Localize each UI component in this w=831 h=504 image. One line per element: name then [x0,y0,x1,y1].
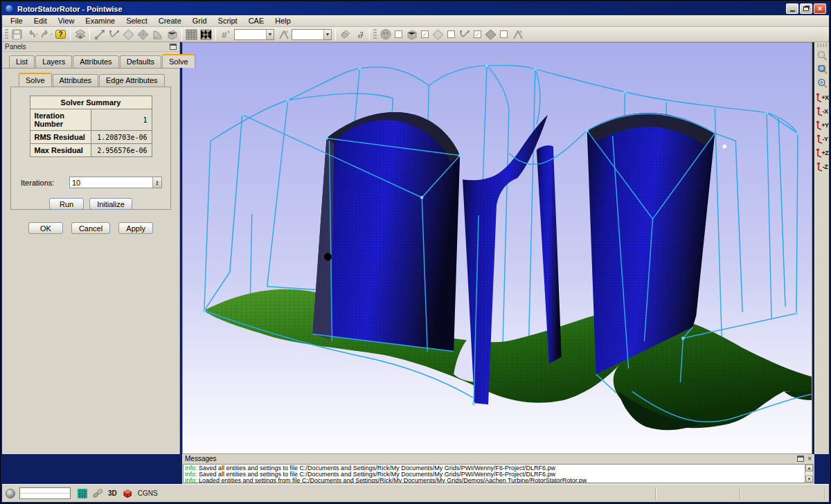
two-point-connector-button[interactable] [92,28,107,42]
mask-points-button[interactable] [378,28,393,42]
view-minus-x-button[interactable]: -X [816,105,829,118]
view-plus-z-button[interactable]: +Z [816,146,829,159]
float-panel-icon[interactable] [170,44,177,50]
undo-button[interactable] [24,28,39,42]
view-plus-y-button[interactable]: +Y [816,118,829,132]
menu-examine[interactable]: Examine [80,15,120,26]
save-button[interactable] [10,28,24,42]
turbine-mesh-scene [183,43,812,453]
menu-script[interactable]: Script [213,15,243,26]
dimension-count-combo[interactable]: ▼ [234,29,274,40]
mask-dimensions-button[interactable] [510,28,524,42]
redo-button[interactable] [39,28,53,42]
minimize-button[interactable] [786,3,798,14]
view-minus-y-button[interactable]: -Y [816,132,829,145]
subtab-solve[interactable]: Solve [19,73,52,87]
scroll-up-icon[interactable]: ▲ [805,465,813,471]
statusbar-separator [655,487,656,500]
domain-button[interactable] [121,28,136,42]
iterations-stepper[interactable]: 10 ▲▼ [69,177,162,188]
zoom-box-button[interactable] [816,63,829,76]
layer-add-icon [75,29,86,40]
cancel-button[interactable]: Cancel [71,222,110,234]
menu-select[interactable]: Select [120,15,153,26]
menu-cae[interactable]: CAE [243,15,270,26]
unstructured-grid-icon [200,29,212,40]
mask-shaded-button[interactable] [483,28,498,42]
axis-icon [816,93,822,102]
messages-scrollbar[interactable]: ▲ ▼ [805,464,814,483]
help-button[interactable]: ? [53,28,68,42]
structured-grid-button[interactable] [184,28,199,42]
panels-dock: Panels List Layers Attributes Defaults S… [2,42,180,454]
menu-grid[interactable]: Grid [187,15,213,26]
initialize-button[interactable]: Initialize [89,198,132,210]
mask-points-checkbox[interactable] [395,30,402,38]
run-button[interactable]: Run [49,198,84,210]
zoom-previous-button[interactable] [816,49,829,62]
tab-attributes[interactable]: Attributes [73,55,118,68]
iterations-value[interactable]: 10 [70,179,152,187]
average-spacing-combo[interactable]: ▼ [292,29,332,40]
close-button[interactable]: × [814,3,826,14]
mask-blocks-button[interactable] [404,28,419,42]
message-line: Info: Loaded entities and settings from … [185,478,812,483]
partial-derivative-icon: ∂ [357,29,362,40]
float-messages-icon[interactable] [797,456,804,462]
menu-help[interactable]: Help [269,15,296,26]
restore-button[interactable] [800,3,812,14]
dimension-mode-label: 3D [108,489,117,497]
layer-add-button[interactable] [73,28,87,42]
close-messages-icon[interactable]: × [807,456,812,462]
mask-domains-button[interactable] [431,28,445,42]
structured-domain-button[interactable] [136,28,150,42]
toolbar-grip[interactable] [373,29,377,40]
selected-point-marker[interactable] [324,253,332,260]
cae-cube-icon [123,489,132,498]
mask-dimensions-icon [512,30,523,39]
subtab-attributes[interactable]: Attributes [53,74,98,87]
magnifier-equal-icon [817,78,828,89]
toolbar-separator [335,28,336,41]
title-bar[interactable]: RotorStatorRotor - Pointwise × [2,2,829,15]
redo-icon [40,30,53,39]
copy-stack-button[interactable] [338,28,352,42]
toolbar-grip[interactable] [5,29,8,40]
dimension-count-button[interactable]: # [218,28,233,42]
tab-solve[interactable]: Solve [162,54,195,68]
menu-create[interactable]: Create [153,15,187,26]
tab-layers[interactable]: Layers [35,55,72,68]
menu-view[interactable]: View [53,15,80,26]
spline-connector-button[interactable] [107,28,121,42]
view-plus-x-button[interactable]: +X [816,91,829,104]
subtab-edge-attributes[interactable]: Edge Attributes [99,74,165,87]
mask-spacings-checkbox[interactable] [500,30,508,38]
cae-solver-label: CGNS [138,489,158,497]
block-button[interactable] [165,28,179,42]
combo-arrow-icon: ▼ [323,30,331,39]
menu-bar: File Edit View Examine Select Create Gri… [2,15,829,27]
average-spacing-icon [278,30,289,39]
scroll-down-icon[interactable]: ▼ [805,476,813,483]
revolve-button[interactable] [150,28,165,42]
mask-connectors-checkbox[interactable]: ✓ [474,30,481,38]
tab-list[interactable]: List [9,55,35,68]
spinner-arrows-icon[interactable]: ▲▼ [152,177,161,188]
viewport-3d-canvas[interactable] [182,42,812,454]
boundary-partial-button[interactable]: ∂ [352,28,367,42]
solve-groupbox: Solver Summary Iteration Number 1 RMS Re… [10,87,171,210]
view-toolbar-grip[interactable] [817,44,827,47]
unstructured-grid-button[interactable] [199,28,213,42]
ok-button[interactable]: OK [28,222,63,234]
average-spacing-button[interactable] [276,28,290,42]
apply-button[interactable]: Apply [118,222,153,234]
mask-domains-checkbox[interactable] [447,30,455,38]
menu-file[interactable]: File [5,15,28,26]
view-minus-z-button[interactable]: -Z [816,160,829,173]
mask-connectors-button[interactable] [457,28,472,42]
minimize-icon [790,10,795,12]
menu-edit[interactable]: Edit [28,15,53,26]
tab-defaults[interactable]: Defaults [120,55,161,68]
mask-blocks-checkbox[interactable]: ✓ [421,30,429,38]
zoom-extents-button[interactable] [816,77,829,90]
